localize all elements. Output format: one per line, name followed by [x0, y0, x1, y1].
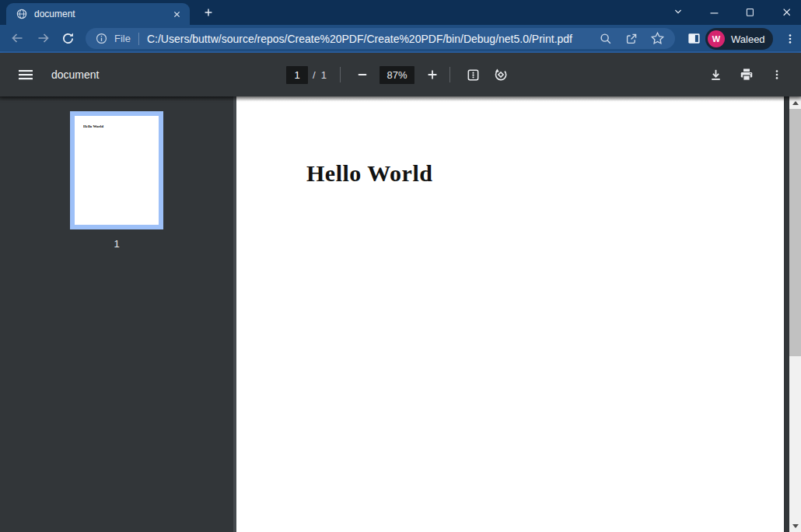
page-separator: /: [313, 69, 316, 81]
new-tab-button[interactable]: [198, 2, 219, 23]
toolbar-separator: [340, 67, 341, 82]
browser-tab[interactable]: document: [6, 3, 190, 25]
thumbnail-item: Hello World 1: [70, 111, 163, 250]
bookmark-star-icon[interactable]: [647, 29, 667, 49]
print-button[interactable]: [733, 53, 760, 96]
profile-name: Waleed: [731, 33, 765, 45]
info-icon[interactable]: [95, 32, 108, 45]
tab-close-icon[interactable]: [170, 7, 184, 21]
browser-window: document: [0, 0, 801, 532]
browser-menu-kebab-icon[interactable]: [781, 28, 799, 50]
tab-title: document: [34, 9, 170, 19]
page-thumbnail-selected[interactable]: Hello World: [70, 111, 163, 229]
zoom-in-button[interactable]: [419, 53, 446, 96]
pdf-page: Hello World: [236, 96, 784, 532]
zoom-search-icon[interactable]: [596, 29, 616, 49]
share-icon[interactable]: [621, 29, 642, 49]
titlebar: document: [0, 0, 801, 25]
pdf-page-area: Hello World: [236, 96, 801, 532]
thumbnail-preview-text: Hello World: [83, 124, 103, 129]
hamburger-menu-icon[interactable]: [10, 53, 41, 96]
download-button[interactable]: [702, 53, 729, 96]
toolbar-separator: [449, 67, 450, 82]
fit-to-page-button[interactable]: [460, 53, 486, 96]
scrollbar-thumb[interactable]: [789, 109, 801, 356]
tab-search-chevron-icon[interactable]: [667, 0, 689, 23]
url-scheme-label: File: [114, 33, 131, 44]
back-button[interactable]: [6, 27, 28, 49]
minimize-button[interactable]: [702, 0, 726, 23]
thumbnail-sidebar: Hello World 1: [0, 96, 233, 532]
side-panel-icon[interactable]: [683, 27, 705, 49]
vertical-scrollbar[interactable]: [789, 96, 801, 532]
profile-chip[interactable]: W Waleed: [705, 28, 773, 50]
document-heading: Hello World: [306, 160, 432, 187]
scroll-up-arrow-icon[interactable]: [789, 96, 801, 109]
close-window-button[interactable]: [774, 0, 799, 23]
pdf-viewer-content: Hello World 1 Hello World: [0, 96, 801, 532]
zoom-level: 87%: [380, 66, 414, 84]
scroll-down-arrow-icon[interactable]: [789, 520, 801, 532]
pdf-toolbar: document / 1 87%: [0, 53, 801, 96]
forward-button[interactable]: [33, 27, 54, 49]
reload-button[interactable]: [57, 27, 79, 49]
page-total: 1: [321, 69, 327, 81]
browser-navbar: File C:/Users/buttw/source/repos/Create%…: [0, 25, 801, 53]
page-number-input[interactable]: [286, 66, 308, 84]
viewer-background-strip: [784, 96, 789, 532]
page-count: / 1: [313, 53, 332, 96]
rotate-counterclockwise-button[interactable]: [488, 53, 514, 96]
pdf-more-options-kebab-icon[interactable]: [764, 53, 790, 96]
maximize-button[interactable]: [738, 0, 761, 23]
url-text[interactable]: C:/Users/buttw/source/repos/Create%20PDF…: [147, 33, 590, 45]
avatar: W: [708, 30, 725, 47]
address-divider: [138, 33, 139, 45]
globe-favicon-icon: [16, 8, 28, 20]
address-bar[interactable]: File C:/Users/buttw/source/repos/Create%…: [86, 28, 675, 49]
thumbnail-page-number: 1: [114, 238, 119, 250]
pdf-document-title: document: [51, 53, 99, 96]
zoom-out-button[interactable]: [349, 53, 376, 96]
